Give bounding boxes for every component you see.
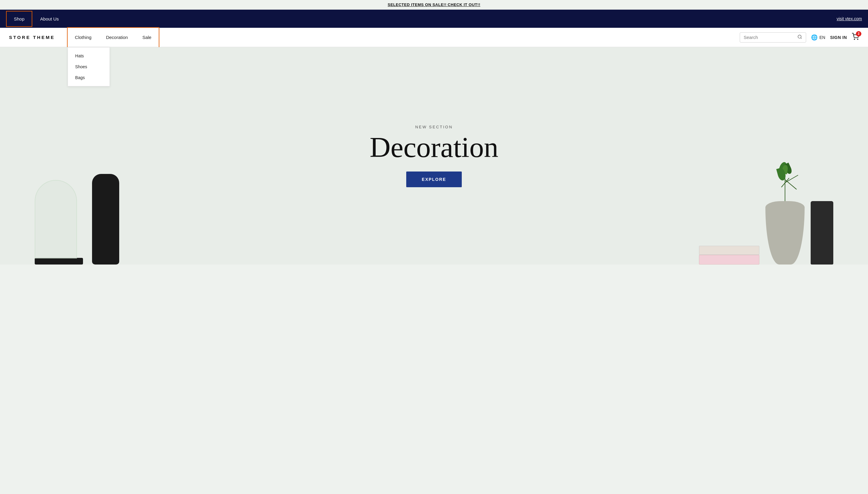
language-label: EN	[820, 35, 825, 40]
hero-title: Decoration	[370, 133, 498, 162]
hero-content: NEW SECTION Decoration EXPLORE	[370, 125, 498, 187]
hero-section: NEW SECTION Decoration EXPLORE	[0, 47, 868, 265]
nav-cat-clothing[interactable]: Clothing	[67, 28, 99, 47]
nav-cat-sale[interactable]: Sale	[135, 28, 159, 47]
sign-in-button[interactable]: SIGN IN	[830, 35, 847, 40]
top-nav-left: Shop About Us	[6, 11, 67, 27]
clothing-dropdown-wrapper: Clothing Hats Shoes Bags	[67, 28, 99, 47]
glass-dome-decoration	[35, 180, 83, 265]
dropdown-item-hats[interactable]: Hats	[68, 51, 110, 61]
announcement-link[interactable]: SELECTED ITEMS ON SALE!! CHECK IT OUT!!	[388, 2, 480, 7]
hero-decor-left	[35, 174, 119, 265]
nav-categories-container: Clothing Hats Shoes Bags Decoration Sale	[67, 27, 159, 48]
secondary-nav-right: 🌐 EN SIGN IN 2	[740, 32, 859, 42]
hero-subtitle: NEW SECTION	[370, 125, 498, 129]
cart-badge: 2	[856, 31, 861, 37]
vase-large	[765, 201, 805, 265]
clothing-dropdown-menu: Hats Shoes Bags	[67, 47, 110, 87]
explore-button[interactable]: EXPLORE	[406, 172, 462, 187]
hero-decor-right	[699, 201, 833, 265]
svg-point-3	[857, 39, 858, 40]
secondary-nav: STORE THEME Clothing Hats Shoes Bags Dec…	[0, 28, 868, 47]
book-1	[699, 246, 760, 255]
svg-point-0	[798, 35, 801, 38]
search-box	[740, 32, 806, 42]
top-nav-shop[interactable]: Shop	[6, 11, 32, 27]
language-selector[interactable]: 🌐 EN	[811, 34, 825, 41]
vase-small	[811, 201, 833, 265]
top-nav: Shop About Us visit vtex.com	[0, 10, 868, 28]
search-input[interactable]	[744, 35, 795, 40]
books-stack	[699, 246, 760, 265]
nav-cat-decoration[interactable]: Decoration	[99, 28, 135, 47]
svg-line-1	[801, 38, 802, 39]
hand-sculpture	[92, 174, 119, 265]
glass-dome	[35, 180, 77, 259]
search-icon[interactable]	[797, 34, 802, 40]
dropdown-item-shoes[interactable]: Shoes	[68, 61, 110, 72]
cart-button[interactable]: 2	[852, 33, 859, 42]
svg-point-2	[854, 39, 855, 40]
top-nav-about[interactable]: About Us	[32, 11, 67, 27]
store-logo: STORE THEME	[9, 35, 55, 40]
plant-decoration	[776, 162, 794, 201]
dome-base	[35, 258, 83, 265]
book-2	[699, 255, 760, 265]
vase-large-container	[765, 201, 805, 265]
nav-categories-row: Clothing Hats Shoes Bags Decoration Sale	[67, 28, 159, 47]
announcement-bar: SELECTED ITEMS ON SALE!! CHECK IT OUT!!	[0, 0, 868, 10]
visit-vtex-link[interactable]: visit vtex.com	[836, 16, 862, 21]
dropdown-item-bags[interactable]: Bags	[68, 72, 110, 83]
globe-icon: 🌐	[811, 34, 817, 41]
